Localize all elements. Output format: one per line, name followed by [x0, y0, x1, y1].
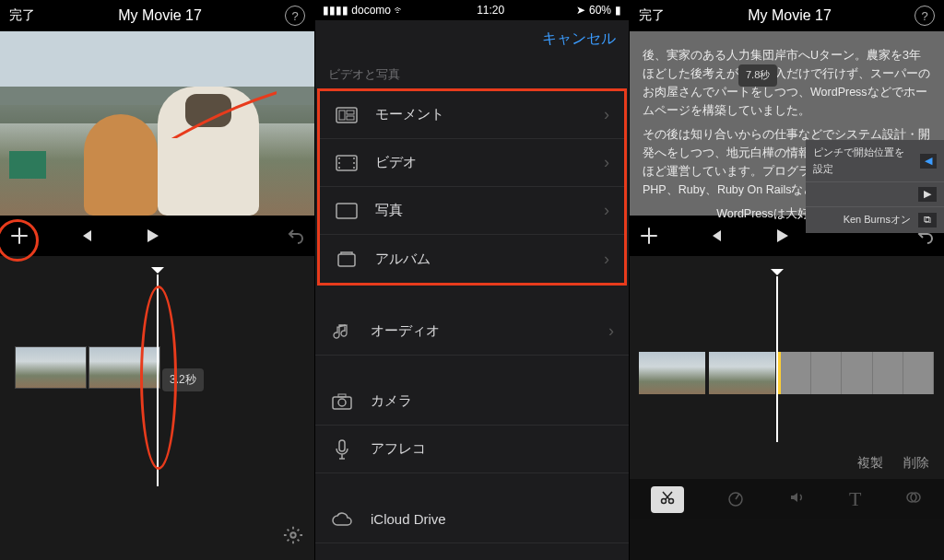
- menu-item-audio[interactable]: オーディオ ›: [315, 308, 629, 356]
- play-button[interactable]: [770, 224, 794, 248]
- tool-volume[interactable]: [788, 488, 807, 511]
- cloud-icon: [330, 510, 354, 529]
- menu-label: オーディオ: [371, 322, 440, 340]
- svg-point-18: [662, 498, 667, 503]
- svg-point-10: [353, 162, 355, 164]
- menu-label: iCloud Drive: [371, 511, 446, 527]
- svg-rect-4: [347, 116, 354, 120]
- tool-speed[interactable]: [726, 488, 745, 511]
- svg-point-0: [290, 532, 296, 538]
- location-icon: ➤: [576, 4, 585, 17]
- svg-point-9: [353, 158, 355, 159]
- chevron-right-icon: ›: [604, 250, 609, 269]
- kenburns-toggle-icon[interactable]: ⧉: [918, 213, 937, 228]
- moments-icon: [335, 106, 359, 124]
- timeline-clip[interactable]: [709, 352, 775, 394]
- chevron-right-icon: ›: [604, 105, 609, 124]
- start-frame-icon[interactable]: ◀: [920, 154, 937, 169]
- menu-item-voiceover[interactable]: アフレコ: [315, 426, 629, 473]
- clip-actions: 複製 削除: [630, 448, 944, 479]
- svg-rect-2: [339, 111, 345, 120]
- add-media-button[interactable]: [7, 224, 31, 248]
- battery-label: 60%: [589, 4, 611, 17]
- section-header-media: ビデオと写真: [315, 57, 629, 88]
- timeline-clip[interactable]: [15, 346, 87, 389]
- preview-alpaca-white: [158, 87, 259, 216]
- tool-text[interactable]: T: [849, 487, 861, 511]
- svg-rect-12: [336, 204, 357, 218]
- preview-canvas[interactable]: [0, 31, 314, 216]
- pinch-end-row[interactable]: ▶: [806, 182, 944, 207]
- clip-strip[interactable]: [15, 346, 160, 389]
- kenburns-toggle-row[interactable]: Ken Burnsオン ⧉: [806, 207, 944, 233]
- chevron-right-icon: ›: [604, 153, 609, 172]
- tool-cut[interactable]: [651, 486, 684, 513]
- chevron-right-icon: ›: [608, 321, 614, 341]
- menu-label: 写真: [375, 202, 403, 219]
- tool-filter[interactable]: [904, 488, 923, 511]
- overlay-paragraph: 後、実家のある人力集団岸市へUターン。農家を3年ほどした後考えが甘く収入だけで行…: [643, 46, 931, 120]
- menu-item-album[interactable]: アルバム ›: [320, 235, 624, 283]
- screen-editor-right: 完了 My Movie 17 ? 7.8秒 後、実家のある人力集団岸市へUターン…: [630, 0, 944, 560]
- preview-alpaca-orange: [84, 114, 158, 216]
- playhead[interactable]: [776, 276, 778, 442]
- kenburns-controls: ピンチで開始位置を設定 ◀ ▶ Ken Burnsオン ⧉: [806, 140, 944, 233]
- skip-start-button[interactable]: [74, 224, 98, 248]
- end-frame-icon[interactable]: ▶: [918, 187, 937, 202]
- done-button[interactable]: 完了: [639, 7, 665, 24]
- timeline[interactable]: 3.2秒: [0, 256, 314, 560]
- menu-label: カメラ: [371, 392, 412, 410]
- svg-rect-3: [347, 111, 354, 114]
- play-button[interactable]: [140, 224, 164, 248]
- menu-item-photo[interactable]: 写真 ›: [320, 187, 624, 235]
- timeline-text-clip[interactable]: [777, 352, 934, 394]
- add-media-button[interactable]: [637, 224, 661, 248]
- timeline-clip[interactable]: [88, 346, 160, 389]
- svg-point-15: [338, 399, 346, 406]
- preview-text-overlay[interactable]: 7.8秒 後、実家のある人力集団岸市へUターン。農家を3年ほどした後考えが甘く収…: [630, 31, 944, 216]
- screen-media-picker: ▮▮▮▮ docomo ᯤ 11:20 ➤60%▮ キャンセル ビデオと写真 モ…: [314, 0, 630, 560]
- battery-icon: ▮: [615, 4, 621, 17]
- clip-duration-pill: 3.2秒: [162, 368, 204, 391]
- skip-start-button[interactable]: [703, 224, 727, 248]
- menu-item-camera[interactable]: カメラ: [315, 378, 629, 426]
- edit-toolbar: T: [630, 479, 944, 519]
- menu-item-moments[interactable]: モーメント ›: [320, 91, 624, 139]
- kenburns-label: Ken Burnsオン: [844, 212, 911, 228]
- settings-button[interactable]: [283, 525, 303, 549]
- wifi-icon: ᯤ: [394, 4, 405, 17]
- playhead[interactable]: [157, 274, 159, 486]
- menu-label: アルバム: [375, 251, 431, 268]
- svg-point-7: [338, 162, 340, 164]
- svg-point-8: [338, 167, 340, 169]
- video-icon: [335, 154, 359, 172]
- duplicate-button[interactable]: 複製: [857, 455, 883, 472]
- svg-rect-16: [338, 394, 346, 397]
- menu-label: アフレコ: [371, 440, 426, 458]
- signal-icon: ▮▮▮▮: [323, 4, 348, 17]
- help-button[interactable]: ?: [285, 6, 305, 26]
- menu-item-icloud[interactable]: iCloud Drive: [315, 496, 629, 543]
- undo-button[interactable]: [283, 224, 307, 248]
- menu-label: ビデオ: [375, 154, 417, 171]
- clock: 11:20: [477, 4, 504, 17]
- help-button[interactable]: ?: [914, 6, 935, 26]
- done-button[interactable]: 完了: [9, 7, 35, 24]
- svg-rect-17: [339, 440, 345, 451]
- screen-editor-left: 完了 My Movie 17 ? 3.2秒: [0, 0, 314, 560]
- delete-button[interactable]: 削除: [903, 455, 929, 472]
- cancel-button[interactable]: キャンセル: [542, 29, 616, 49]
- timeline[interactable]: ▶◀ 複製 削除 T: [630, 256, 944, 519]
- menu-item-video[interactable]: ビデオ ›: [320, 139, 624, 187]
- menu-label: モーメント: [375, 106, 444, 123]
- svg-point-6: [338, 158, 340, 159]
- pinch-start-row[interactable]: ピンチで開始位置を設定 ◀: [806, 140, 944, 182]
- clip-strip[interactable]: ▶◀: [639, 352, 799, 394]
- clip-duration-pill: 7.8秒: [738, 64, 777, 87]
- photo-icon: [335, 202, 359, 220]
- preview-tent: [9, 151, 46, 179]
- camera-icon: [330, 392, 354, 411]
- svg-rect-13: [338, 254, 355, 266]
- timeline-clip[interactable]: [639, 352, 705, 394]
- status-bar: ▮▮▮▮ docomo ᯤ 11:20 ➤60%▮: [315, 0, 629, 20]
